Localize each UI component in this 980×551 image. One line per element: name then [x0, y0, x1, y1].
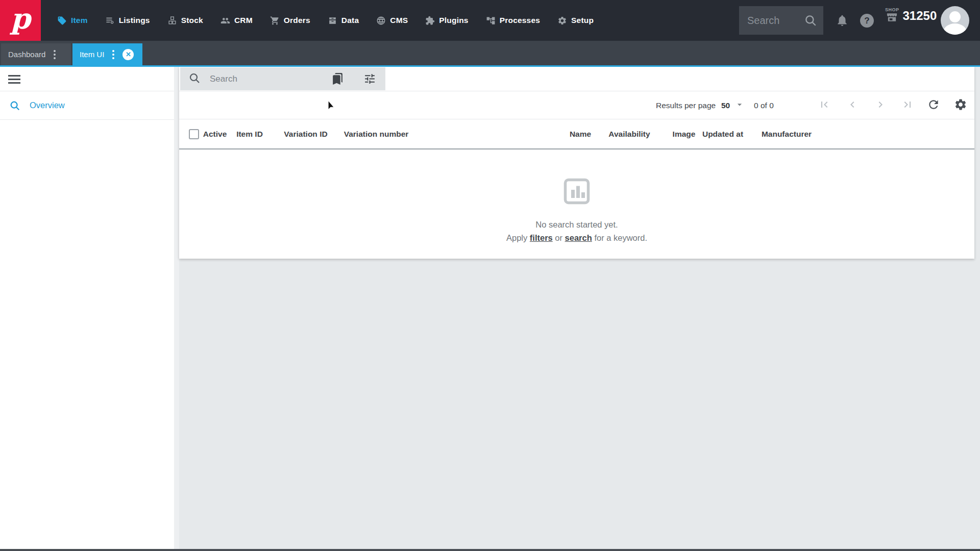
menu-item-label: CRM — [234, 16, 253, 25]
column-header-active[interactable]: Active — [203, 130, 227, 139]
column-header-updated-at[interactable]: Updated at — [702, 130, 743, 139]
globe-icon — [376, 16, 386, 26]
results-per-page-label: Results per page — [656, 101, 716, 110]
results-per-page-select[interactable]: 50 — [721, 101, 730, 110]
tab-label: Dashboard — [8, 50, 45, 59]
tab-item-ui[interactable]: Item UI ✕ — [72, 43, 142, 65]
menu-item-item[interactable]: Item — [57, 16, 88, 26]
menu-item-label: CMS — [390, 16, 408, 25]
archive-icon — [328, 16, 337, 26]
menu-item-stock[interactable]: Stock — [167, 16, 203, 26]
main-content: Results per page 50 0 of 0 — [179, 67, 980, 549]
tab-label: Item UI — [80, 50, 104, 59]
menu-item-data[interactable]: Data — [328, 16, 359, 26]
puzzle-icon — [425, 16, 435, 26]
previous-page-button[interactable] — [846, 98, 859, 113]
bookmarks-icon — [331, 72, 344, 85]
top-navigation-bar: p Item Listings Stock CRM Orders Data — [0, 0, 980, 41]
bar-chart-icon — [561, 176, 592, 207]
search-icon — [188, 72, 201, 86]
menu-item-plugins[interactable]: Plugins — [425, 16, 468, 26]
tab-menu-kebab-icon[interactable] — [110, 48, 116, 61]
menu-item-label: Plugins — [439, 16, 468, 25]
main-menu: Item Listings Stock CRM Orders Data CMS — [57, 0, 594, 41]
menu-item-listings[interactable]: Listings — [105, 16, 150, 26]
cart-icon — [270, 16, 280, 26]
search-icon — [9, 100, 20, 111]
column-header-availability[interactable]: Availability — [608, 130, 650, 139]
item-search-card: Results per page 50 0 of 0 — [179, 67, 974, 259]
window-bottom-edge — [0, 549, 980, 551]
user-avatar[interactable] — [941, 6, 969, 35]
select-all-checkbox[interactable] — [189, 129, 199, 139]
chevron-down-icon[interactable] — [734, 99, 745, 112]
tab-menu-kebab-icon[interactable] — [52, 48, 58, 61]
next-page-button[interactable] — [874, 98, 887, 113]
cubes-icon — [167, 16, 177, 26]
filters-button[interactable] — [363, 72, 376, 85]
menu-item-orders[interactable]: Orders — [270, 16, 310, 26]
first-page-icon — [818, 98, 830, 111]
hint-text: Apply — [506, 233, 530, 242]
plentymarkets-logo[interactable]: p — [0, 0, 41, 41]
table-header-row: Active Item ID Variation ID Variation nu… — [179, 120, 974, 149]
avatar-body — [944, 23, 966, 35]
question-mark-icon: ? — [864, 16, 869, 26]
search-link[interactable]: search — [565, 233, 592, 242]
menu-toggle-button[interactable] — [8, 75, 20, 84]
empty-state-hint: Apply filters or search for a keyword. — [179, 233, 974, 243]
hint-text: for a keyword. — [592, 233, 647, 242]
refresh-icon — [927, 98, 940, 111]
people-icon — [220, 16, 230, 26]
menu-item-label: Setup — [571, 16, 594, 25]
empty-state: No search started yet. Apply filters or … — [179, 151, 974, 243]
refresh-button[interactable] — [927, 98, 940, 113]
menu-item-label: Item — [71, 16, 88, 25]
filters-link[interactable]: filters — [530, 233, 553, 242]
item-search-field[interactable] — [180, 67, 385, 90]
column-header-image[interactable]: Image — [673, 130, 696, 139]
hint-text: or — [553, 233, 565, 242]
toolbar-row — [179, 67, 974, 91]
results-toolbar: Results per page 50 0 of 0 — [179, 92, 974, 119]
menu-item-crm[interactable]: CRM — [220, 16, 253, 26]
table-settings-button[interactable] — [954, 98, 967, 113]
chevron-left-icon — [846, 98, 859, 111]
column-header-item-id[interactable]: Item ID — [236, 130, 263, 139]
sidebar-scrollbar-gutter[interactable] — [174, 67, 179, 549]
storefront-icon: SHOP — [885, 7, 899, 22]
flow-icon — [486, 16, 496, 26]
item-search-input[interactable] — [210, 74, 327, 84]
last-page-button[interactable] — [901, 98, 914, 113]
column-header-variation-id[interactable]: Variation ID — [284, 130, 327, 139]
gear-icon — [954, 98, 967, 111]
global-search-input[interactable] — [747, 15, 804, 27]
sidebar-item-overview[interactable]: Overview — [0, 91, 174, 120]
tab-dashboard[interactable]: Dashboard — [1, 43, 71, 65]
listings-icon — [105, 16, 115, 26]
item-sidebar: Overview — [0, 67, 174, 549]
menu-item-setup[interactable]: Setup — [557, 16, 594, 26]
shop-id-indicator[interactable]: SHOP 31250 — [885, 7, 937, 22]
search-icon[interactable] — [804, 14, 817, 27]
column-header-variation-number[interactable]: Variation number — [344, 130, 409, 139]
last-page-icon — [901, 98, 914, 111]
brand-glyph: p — [10, 4, 30, 33]
global-search[interactable] — [739, 6, 823, 35]
shop-id-value: 31250 — [903, 9, 937, 22]
column-header-manufacturer[interactable]: Manufacturer — [762, 130, 812, 139]
tag-icon — [57, 16, 67, 26]
menu-item-label: Processes — [500, 16, 540, 25]
first-page-button[interactable] — [818, 98, 830, 113]
close-icon: ✕ — [126, 51, 131, 58]
menu-item-processes[interactable]: Processes — [486, 16, 540, 26]
saved-searches-button[interactable] — [331, 72, 344, 85]
help-button[interactable]: ? — [860, 14, 874, 28]
column-header-name[interactable]: Name — [570, 130, 591, 139]
menu-item-cms[interactable]: CMS — [376, 16, 408, 26]
menu-item-label: Listings — [119, 16, 150, 25]
menu-item-label: Stock — [181, 16, 203, 25]
sidebar-item-label: Overview — [30, 101, 65, 110]
notifications-button[interactable] — [836, 14, 849, 29]
tab-close-button[interactable]: ✕ — [122, 49, 134, 60]
